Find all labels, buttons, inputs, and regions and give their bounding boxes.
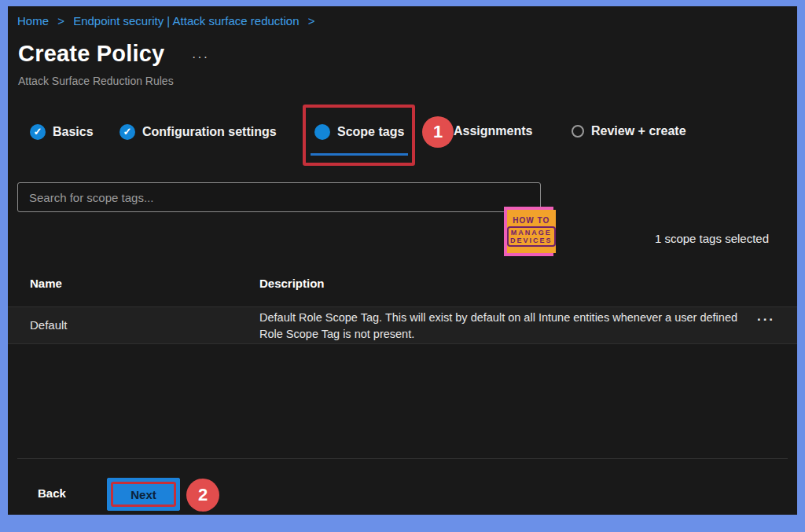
page-subtitle: Attack Surface Reduction Rules (18, 75, 174, 87)
breadcrumb-separator: > (57, 14, 64, 28)
tab-basics[interactable]: ✓ Basics (30, 124, 94, 140)
tab-configuration-settings[interactable]: ✓ Configuration settings (119, 124, 277, 140)
check-icon: ✓ (119, 124, 135, 140)
tab-scope-tags-label: Scope tags (337, 125, 404, 139)
create-policy-page: Home > Endpoint security | Attack surfac… (8, 6, 797, 515)
current-step-dot-icon (314, 124, 330, 140)
empty-step-circle-icon (572, 125, 584, 138)
breadcrumb-endpoint-security[interactable]: Endpoint security | Attack surface reduc… (73, 14, 299, 28)
tab-basics-label: Basics (53, 125, 94, 139)
next-button[interactable]: Next (107, 478, 180, 511)
tab-configuration-settings-label: Configuration settings (142, 125, 277, 139)
tab-review-create[interactable]: Review + create (572, 124, 686, 138)
check-icon: ✓ (30, 124, 46, 140)
search-input[interactable] (17, 182, 541, 212)
tab-review-create-label: Review + create (591, 124, 686, 138)
tab-assignments-label: Assignments (454, 124, 532, 138)
table-row-default[interactable]: Default Default Role Scope Tag. This wil… (8, 306, 797, 344)
breadcrumb-separator: > (308, 14, 315, 28)
row-name-cell: Default (30, 318, 68, 332)
more-options-icon[interactable]: ··· (192, 50, 209, 64)
row-description-cell: Default Role Scope Tag. This will exist … (259, 310, 756, 343)
annotation-box-next: Next (111, 482, 176, 507)
tab-scope-tags[interactable]: Scope tags (314, 124, 404, 140)
row-context-menu-icon[interactable]: ··· (757, 312, 775, 328)
active-tab-underline (311, 153, 408, 156)
watermark-inner: HOW TO MANAGE DEVICES (507, 210, 556, 253)
page-title: Create Policy (18, 41, 164, 67)
footer-divider (17, 458, 788, 459)
breadcrumb-home[interactable]: Home (17, 14, 49, 28)
column-header-description: Description (259, 277, 325, 290)
tab-assignments[interactable]: Assignments (454, 124, 532, 138)
watermark-how-to: HOW TO (513, 216, 550, 225)
column-header-name: Name (30, 277, 62, 290)
scope-tags-selected-count: 1 scope tags selected (655, 232, 769, 245)
howtomanagedevices-watermark: HOW TO MANAGE DEVICES (504, 207, 553, 256)
back-button[interactable]: Back (38, 486, 66, 500)
annotation-badge-2: 2 (186, 479, 219, 512)
breadcrumb: Home > Endpoint security | Attack surfac… (17, 14, 320, 28)
annotation-badge-1: 1 (422, 116, 454, 148)
screenshot-frame: Home > Endpoint security | Attack surfac… (0, 0, 805, 532)
watermark-manage-devices: MANAGE DEVICES (507, 226, 556, 247)
